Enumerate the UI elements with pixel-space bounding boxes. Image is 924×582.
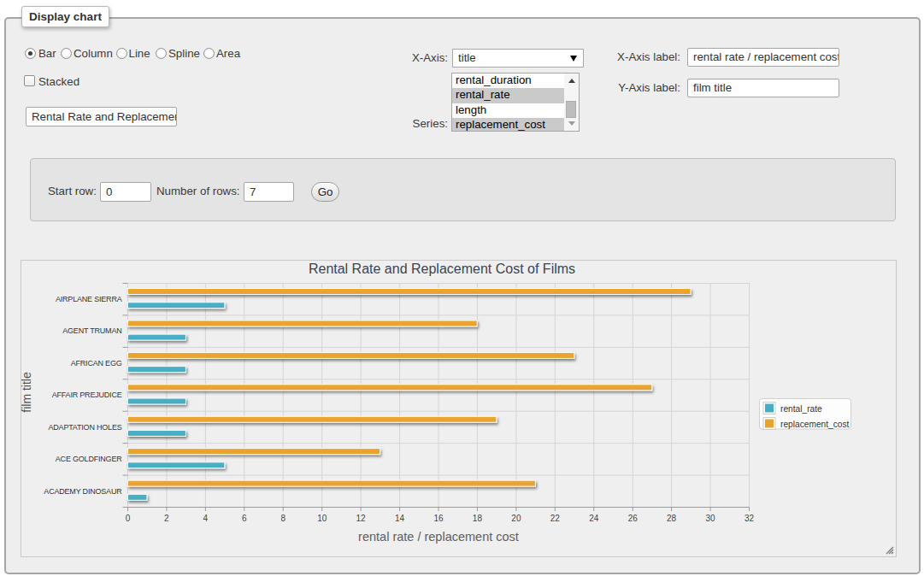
svg-text:16: 16: [433, 514, 444, 523]
svg-text:4: 4: [203, 514, 209, 523]
svg-text:rental_rate: rental_rate: [780, 404, 822, 414]
svg-text:30: 30: [706, 514, 716, 523]
svg-text:14: 14: [395, 514, 405, 523]
svg-text:AIRPLANE SIERRA: AIRPLANE SIERRA: [56, 295, 122, 303]
svg-text:Rental Rate and Replacement Co: Rental Rate and Replacement Cost of Film…: [309, 262, 575, 276]
svg-text:2: 2: [164, 514, 169, 523]
svg-text:32: 32: [744, 514, 755, 523]
svg-text:rental rate / replacement cost: rental rate / replacement cost: [358, 530, 519, 544]
svg-text:6: 6: [242, 514, 247, 523]
svg-text:ADAPTATION HOLES: ADAPTATION HOLES: [49, 423, 122, 432]
svg-text:AFFAIR PREJUDICE: AFFAIR PREJUDICE: [52, 391, 122, 399]
svg-text:0: 0: [126, 514, 131, 523]
svg-text:AGENT TRUMAN: AGENT TRUMAN: [62, 326, 121, 335]
svg-text:18: 18: [473, 514, 483, 523]
svg-text:22: 22: [550, 514, 561, 523]
svg-text:12: 12: [356, 514, 367, 523]
svg-text:ACE GOLDFINGER: ACE GOLDFINGER: [56, 455, 122, 463]
svg-text:10: 10: [317, 514, 327, 523]
svg-text:ACADEMY DINOSAUR: ACADEMY DINOSAUR: [44, 487, 122, 496]
svg-text:replacement_cost: replacement_cost: [780, 420, 850, 429]
svg-text:26: 26: [628, 514, 639, 523]
svg-text:24: 24: [589, 514, 599, 523]
svg-text:film title: film title: [21, 372, 33, 413]
svg-text:28: 28: [667, 514, 677, 523]
svg-text:8: 8: [280, 514, 285, 523]
svg-text:20: 20: [511, 514, 521, 523]
svg-text:AFRICAN EGG: AFRICAN EGG: [71, 359, 122, 367]
